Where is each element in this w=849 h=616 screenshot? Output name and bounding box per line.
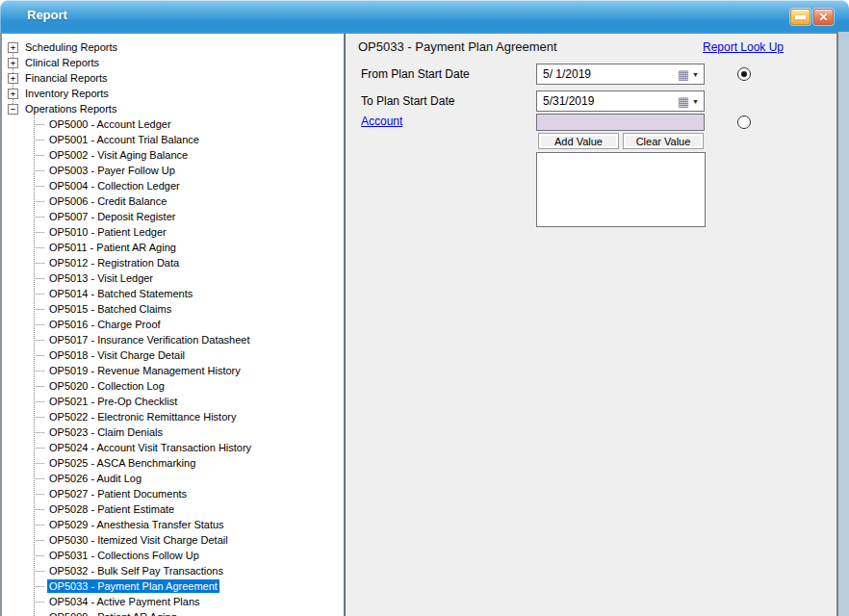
tree-item-label[interactable]: OP5021 - Pre-Op Checklist [47, 395, 179, 408]
tree-item-label[interactable]: OP5006 - Credit Balance [47, 194, 168, 208]
expand-icon[interactable]: + [8, 73, 18, 84]
tree-item-label[interactable]: OP5025 - ASCA Benchmarking [47, 456, 197, 470]
close-icon: ✕ [818, 11, 828, 24]
tree-item[interactable]: OP5015 - Batched Claims [2, 301, 344, 317]
tree-item[interactable]: OP5018 - Visit Charge Detail [2, 347, 344, 363]
calendar-icon[interactable]: ▦ [678, 68, 689, 81]
tree-item[interactable]: OP5026 - Audit Log [2, 471, 344, 486]
account-radio[interactable] [737, 116, 751, 129]
tree-item-label[interactable]: OP5013 - Visit Ledger [47, 271, 155, 285]
tree-item[interactable]: OP5028 - Patient Estimate [2, 501, 344, 517]
tree-item-label[interactable]: OP5018 - Visit Charge Detail [47, 348, 187, 362]
tree-item-label[interactable]: OP5010 - Patient Ledger [47, 225, 168, 239]
date-range-radio[interactable] [737, 67, 751, 81]
tree-item[interactable]: OP5024 - Account Visit Transaction Histo… [2, 440, 344, 455]
expand-icon[interactable]: + [8, 42, 18, 53]
tree-item-label[interactable]: OP5007 - Deposit Register [47, 210, 177, 223]
tree-item[interactable]: OP5019 - Revenue Management History [2, 363, 344, 378]
tree-item[interactable]: OP5099 - Patient AR Aging [2, 609, 344, 616]
clear-value-button[interactable]: Clear Value [623, 133, 704, 149]
tree-item[interactable]: OP5006 - Credit Balance [2, 193, 344, 209]
tree-item-label[interactable]: OP5099 - Patient AR Aging [47, 610, 179, 616]
minimize-button[interactable] [790, 9, 810, 25]
tree-item-label[interactable]: OP5024 - Account Visit Transaction Histo… [47, 441, 253, 454]
tree-item[interactable]: OP5007 - Deposit Register [2, 209, 344, 224]
tree-item[interactable]: OP5020 - Collection Log [2, 378, 344, 394]
tree-item[interactable]: OP5031 - Collections Follow Up [2, 548, 344, 563]
tree-item-label[interactable]: Inventory Reports [23, 87, 111, 100]
expand-icon[interactable]: + [8, 89, 18, 99]
tree-item[interactable]: −Operations Reports [2, 101, 344, 116]
tree-item[interactable]: OP5022 - Electronic Remittance History [2, 409, 344, 424]
tree-item[interactable]: OP5002 - Visit Aging Balance [2, 147, 344, 163]
from-plan-start-date-picker[interactable]: 5/ 1/2019 ▦ ▼ [536, 64, 705, 85]
tree-item[interactable]: +Inventory Reports [2, 86, 344, 101]
tree-item-label[interactable]: OP5004 - Collection Ledger [47, 179, 182, 192]
collapse-icon[interactable]: − [8, 104, 18, 115]
tree-item[interactable]: OP5000 - Account Ledger [2, 116, 344, 132]
tree-item[interactable]: OP5032 - Bulk Self Pay Transactions [2, 563, 344, 578]
report-lookup-link[interactable]: Report Look Up [703, 40, 784, 54]
tree-item[interactable]: OP5021 - Pre-Op Checklist [2, 394, 344, 409]
tree-item-label[interactable]: OP5022 - Electronic Remittance History [47, 410, 238, 424]
tree-item-label[interactable]: OP5003 - Payer Follow Up [47, 164, 177, 177]
tree-item-label[interactable]: OP5016 - Charge Proof [47, 318, 163, 331]
tree-item-label[interactable]: Financial Reports [23, 71, 110, 85]
tree-item[interactable]: OP5017 - Insurance Verification Datashee… [2, 332, 344, 347]
tree-item-label-selected[interactable]: OP5033 - Payment Plan Agreement [47, 579, 219, 593]
chevron-down-icon[interactable]: ▼ [692, 71, 699, 78]
tree-item-label[interactable]: OP5000 - Account Ledger [47, 117, 173, 131]
tree-item-label[interactable]: Operations Reports [23, 102, 118, 116]
tree-item-label[interactable]: OP5002 - Visit Aging Balance [47, 148, 190, 162]
chevron-down-icon[interactable]: ▼ [692, 98, 699, 105]
tree-item-label[interactable]: OP5028 - Patient Estimate [47, 502, 176, 516]
tree-item-label[interactable]: OP5030 - Itemized Visit Charge Detail [47, 533, 230, 547]
tree-item[interactable]: OP5034 - Active Payment Plans [2, 594, 344, 609]
add-value-button[interactable]: Add Value [538, 133, 619, 149]
tree-item-label[interactable]: OP5027 - Patient Documents [47, 487, 189, 500]
calendar-icon[interactable]: ▦ [678, 95, 689, 108]
close-button[interactable]: ✕ [813, 9, 834, 25]
tree-item-label[interactable]: OP5017 - Insurance Verification Datashee… [47, 333, 252, 346]
tree-item[interactable]: OP5003 - Payer Follow Up [2, 163, 344, 178]
tree-item[interactable]: OP5004 - Collection Ledger [2, 178, 344, 193]
tree-item[interactable]: OP5016 - Charge Proof [2, 317, 344, 332]
tree-item-label[interactable]: OP5020 - Collection Log [47, 379, 167, 393]
tree-item[interactable]: OP5012 - Registration Data [2, 255, 344, 270]
tree-item[interactable]: +Clinical Reports [2, 55, 344, 70]
tree-item-label[interactable]: OP5029 - Anesthesia Transfer Status [47, 518, 226, 531]
to-date-value[interactable]: 5/31/2019 [537, 94, 678, 108]
tree-item[interactable]: OP5013 - Visit Ledger [2, 270, 344, 286]
account-input[interactable] [536, 114, 705, 131]
tree-item[interactable]: OP5033 - Payment Plan Agreement [2, 578, 344, 594]
tree-item[interactable]: OP5011 - Patient AR Aging [2, 240, 344, 255]
tree-item[interactable]: OP5023 - Claim Denials [2, 424, 344, 440]
tree-item-label[interactable]: OP5023 - Claim Denials [47, 425, 165, 439]
tree-item[interactable]: +Scheduling Reports [2, 39, 344, 55]
tree-item-label[interactable]: OP5034 - Active Payment Plans [47, 595, 202, 608]
tree-item-label[interactable]: OP5001 - Account Trial Balance [47, 133, 201, 146]
account-values-listbox[interactable] [536, 152, 706, 227]
tree-item[interactable]: OP5027 - Patient Documents [2, 486, 344, 501]
tree-item-label[interactable]: Clinical Reports [23, 56, 101, 69]
tree-item-label[interactable]: OP5014 - Batched Statements [47, 287, 194, 300]
tree-item[interactable]: OP5025 - ASCA Benchmarking [2, 455, 344, 471]
tree-item[interactable]: +Financial Reports [2, 70, 344, 86]
tree-item-label[interactable]: OP5015 - Batched Claims [47, 302, 173, 316]
tree-item[interactable]: OP5014 - Batched Statements [2, 286, 344, 301]
tree-item-label[interactable]: OP5031 - Collections Follow Up [47, 549, 201, 562]
tree-item-label[interactable]: OP5019 - Revenue Management History [47, 364, 243, 377]
to-plan-start-date-picker[interactable]: 5/31/2019 ▦ ▼ [536, 90, 705, 112]
tree-item-label[interactable]: OP5032 - Bulk Self Pay Transactions [47, 564, 225, 578]
from-date-value[interactable]: 5/ 1/2019 [537, 67, 678, 81]
tree-item[interactable]: OP5001 - Account Trial Balance [2, 132, 344, 147]
tree-item[interactable]: OP5029 - Anesthesia Transfer Status [2, 517, 344, 532]
tree-item[interactable]: OP5010 - Patient Ledger [2, 224, 344, 240]
tree-item[interactable]: OP5030 - Itemized Visit Charge Detail [2, 532, 344, 548]
tree-item-label[interactable]: OP5026 - Audit Log [47, 472, 143, 485]
expand-icon[interactable]: + [8, 58, 18, 68]
tree-item-label[interactable]: OP5011 - Patient AR Aging [47, 241, 178, 254]
tree-item-label[interactable]: OP5012 - Registration Data [47, 256, 181, 270]
tree-item-label[interactable]: Scheduling Reports [23, 40, 119, 54]
account-link[interactable]: Account [361, 115, 402, 128]
